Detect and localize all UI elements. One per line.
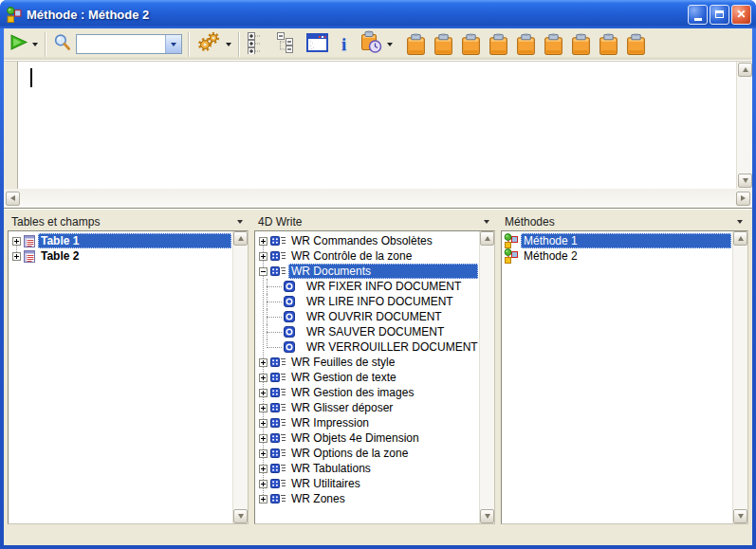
clipboard-history-button[interactable] bbox=[357, 30, 396, 59]
theme-row[interactable]: WR Tabulations bbox=[255, 461, 479, 476]
clipboard-button[interactable] bbox=[515, 33, 537, 56]
theme-row[interactable]: WR Objets 4e Dimension bbox=[255, 430, 479, 446]
expander-icon[interactable] bbox=[259, 495, 267, 503]
theme-row[interactable]: WR Gestion des images bbox=[255, 385, 479, 400]
clipboard-button[interactable] bbox=[625, 33, 647, 56]
run-dropdown-caret[interactable] bbox=[32, 43, 38, 46]
expander-icon[interactable] bbox=[259, 404, 267, 412]
command-row[interactable]: WR LIRE INFO DOCUMENT bbox=[255, 294, 479, 309]
close-button[interactable]: ✕ bbox=[731, 5, 751, 25]
write-scrollbar[interactable] bbox=[479, 231, 494, 523]
combo-dropdown-button[interactable] bbox=[165, 35, 181, 53]
macros-dropdown-caret[interactable] bbox=[226, 43, 231, 46]
expander-icon[interactable] bbox=[259, 389, 267, 397]
theme-row[interactable]: WR Contrôle de la zone bbox=[255, 248, 479, 264]
method-row[interactable]: Méthode 1 bbox=[502, 233, 732, 248]
expander-icon[interactable] bbox=[259, 434, 267, 443]
tables-panel-title: Tables et champs bbox=[11, 215, 237, 229]
scroll-up-button[interactable] bbox=[733, 231, 747, 246]
theme-row[interactable]: WR Documents bbox=[255, 264, 479, 279]
methods-list[interactable]: Méthode 1Méthode 2 bbox=[501, 230, 748, 524]
clipboard-button[interactable] bbox=[543, 33, 564, 56]
editor-text-area[interactable] bbox=[18, 62, 736, 189]
theme-row[interactable]: WR Commandes Obsolètes bbox=[255, 233, 479, 248]
theme-row[interactable]: WR Feuilles de style bbox=[255, 355, 479, 370]
collapse-all-button[interactable] bbox=[273, 30, 298, 59]
scroll-down-button[interactable] bbox=[233, 509, 248, 523]
scroll-down-button[interactable] bbox=[738, 174, 752, 188]
table-row[interactable]: Table 2 bbox=[9, 248, 232, 264]
scroll-left-button[interactable] bbox=[6, 192, 20, 206]
expander-icon[interactable] bbox=[259, 480, 267, 488]
expander-icon[interactable] bbox=[259, 358, 267, 367]
clipboard-button[interactable] bbox=[570, 33, 592, 56]
expander-icon[interactable] bbox=[259, 465, 267, 473]
theme-row[interactable]: WR Glisser déposer bbox=[255, 400, 479, 415]
history-dropdown-caret[interactable] bbox=[387, 43, 393, 46]
expander-icon[interactable] bbox=[259, 267, 267, 276]
search-button[interactable] bbox=[50, 30, 74, 59]
titlebar[interactable]: Méthode : Méthode 2 ✕ bbox=[0, 0, 756, 28]
clipboard-button[interactable] bbox=[460, 33, 482, 56]
write-list[interactable]: WR Commandes ObsolètesWR Contrôle de la … bbox=[254, 230, 495, 524]
command-row[interactable]: WR OUVRIR DOCUMENT bbox=[255, 309, 479, 324]
theme-row[interactable]: WR Impression bbox=[255, 415, 479, 430]
toolbar-separator bbox=[238, 32, 240, 57]
method-row[interactable]: Méthode 2 bbox=[502, 248, 732, 264]
theme-row[interactable]: WR Zones bbox=[255, 491, 479, 506]
expander-icon[interactable] bbox=[12, 252, 21, 261]
scroll-up-button[interactable] bbox=[738, 63, 752, 77]
code-editor[interactable] bbox=[4, 61, 752, 189]
minimize-button[interactable] bbox=[688, 5, 708, 25]
tables-scrollbar[interactable] bbox=[232, 231, 248, 523]
scroll-up-button[interactable] bbox=[480, 231, 494, 246]
write-panel-header[interactable]: 4D Write bbox=[254, 213, 495, 230]
theme-label: WR Utilitaires bbox=[288, 476, 363, 491]
macros-button[interactable] bbox=[194, 30, 234, 59]
methods-scrollbar[interactable] bbox=[732, 231, 747, 523]
methods-panel-header[interactable]: Méthodes bbox=[501, 213, 748, 230]
expander-icon[interactable] bbox=[259, 374, 267, 382]
command-row[interactable]: WR FIXER INFO DOCUMENT bbox=[255, 279, 479, 294]
info-button[interactable]: i bbox=[335, 30, 353, 59]
theme-label: WR Gestion des images bbox=[288, 385, 416, 400]
clipboard-icon bbox=[433, 43, 454, 59]
run-button[interactable] bbox=[8, 30, 41, 59]
scroll-up-button[interactable] bbox=[233, 231, 248, 246]
clipboard-button[interactable] bbox=[598, 33, 619, 56]
maximize-button[interactable] bbox=[710, 5, 729, 25]
expander-icon[interactable] bbox=[259, 252, 267, 261]
scroll-down-button[interactable] bbox=[733, 509, 747, 523]
clipboard-button[interactable] bbox=[405, 33, 427, 56]
write-panel-menu-arrow[interactable] bbox=[484, 220, 489, 224]
scroll-down-button[interactable] bbox=[480, 509, 494, 523]
clipboard-button[interactable] bbox=[488, 33, 509, 56]
scroll-right-button[interactable] bbox=[736, 192, 750, 206]
expander-icon[interactable] bbox=[259, 419, 267, 428]
theme-icon bbox=[270, 236, 286, 247]
theme-row[interactable]: WR Utilitaires bbox=[255, 476, 479, 491]
theme-row[interactable]: WR Options de la zone bbox=[255, 446, 479, 461]
theme-row[interactable]: WR Gestion de texte bbox=[255, 370, 479, 385]
method-window-button[interactable] bbox=[304, 30, 331, 59]
editor-gutter[interactable] bbox=[4, 62, 18, 189]
editor-horizontal-scrollbar[interactable] bbox=[4, 189, 752, 208]
search-input[interactable] bbox=[77, 35, 165, 53]
tree-line bbox=[255, 279, 284, 294]
command-row[interactable]: WR VERROUILLER DOCUMENT bbox=[255, 339, 479, 355]
expander-icon[interactable] bbox=[259, 449, 267, 458]
theme-icon bbox=[270, 494, 286, 504]
tables-list[interactable]: Table 1Table 2 bbox=[8, 230, 249, 524]
tables-panel-menu-arrow[interactable] bbox=[237, 220, 243, 224]
tables-panel-header[interactable]: Tables et champs bbox=[8, 213, 249, 230]
search-combobox[interactable] bbox=[76, 34, 182, 54]
expander-icon[interactable] bbox=[12, 237, 21, 246]
methods-panel-menu-arrow[interactable] bbox=[737, 220, 743, 224]
clipboard-button[interactable] bbox=[433, 33, 454, 56]
command-row[interactable]: WR SAUVER DOCUMENT bbox=[255, 324, 479, 339]
expander-icon[interactable] bbox=[259, 237, 267, 246]
editor-vertical-scrollbar[interactable] bbox=[736, 62, 752, 189]
table-row[interactable]: Table 1 bbox=[9, 233, 232, 248]
expand-all-button[interactable] bbox=[244, 30, 266, 59]
theme-label: WR Commandes Obsolètes bbox=[288, 233, 435, 248]
